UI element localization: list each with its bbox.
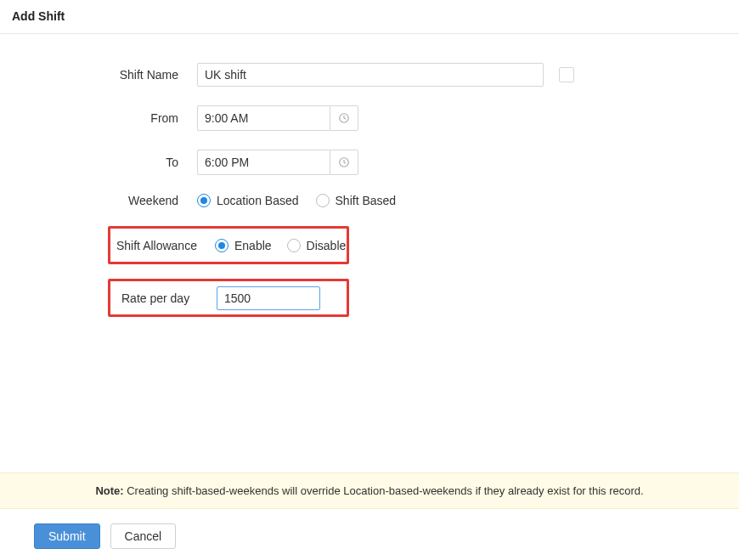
shift-name-label: Shift Name (0, 68, 197, 82)
from-time-group (197, 105, 358, 131)
shift-allowance-label: Shift Allowance (110, 239, 200, 252)
shift-allowance-disable-radio[interactable]: Disable (287, 239, 347, 252)
to-row: To (0, 150, 739, 175)
weekend-label: Weekend (0, 194, 197, 207)
shift-name-row: Shift Name (0, 63, 739, 87)
rate-per-day-highlight: Rate per day (108, 279, 349, 317)
shift-allowance-enable-radio[interactable]: Enable (215, 239, 272, 252)
from-time-input[interactable] (197, 105, 330, 131)
page-header: Add Shift (0, 0, 739, 34)
weekend-location-radio[interactable]: Location Based (197, 194, 299, 207)
rate-per-day-label: Rate per day (110, 291, 200, 305)
to-time-group (197, 150, 358, 175)
rate-per-day-input[interactable] (217, 286, 320, 310)
to-label: To (0, 156, 197, 169)
add-shift-form: Shift Name From To (0, 34, 739, 207)
note-text: Creating shift-based-weekends will overr… (124, 484, 644, 497)
clock-icon (338, 112, 350, 124)
footer-actions: Submit Cancel (0, 523, 739, 549)
weekend-row: Weekend Location Based Shift Based (0, 194, 739, 207)
to-clock-button[interactable] (330, 150, 358, 175)
note-prefix: Note: (95, 484, 123, 497)
submit-button[interactable]: Submit (34, 523, 100, 549)
radio-icon (316, 194, 330, 207)
clock-icon (338, 156, 350, 168)
from-clock-button[interactable] (330, 105, 358, 131)
weekend-location-label: Location Based (217, 194, 299, 207)
radio-icon (215, 239, 228, 252)
shift-name-input[interactable] (197, 63, 544, 87)
shift-allowance-enable-label: Enable (234, 239, 272, 252)
page-title: Add Shift (12, 9, 727, 23)
shift-allowance-disable-label: Disable (307, 239, 347, 252)
from-label: From (0, 111, 197, 125)
weekend-shift-radio[interactable]: Shift Based (316, 194, 397, 207)
weekend-radio-group: Location Based Shift Based (197, 194, 396, 207)
to-time-input[interactable] (197, 150, 330, 175)
note-bar: Note: Creating shift-based-weekends will… (0, 472, 739, 509)
from-row: From (0, 105, 739, 131)
shift-name-checkbox[interactable] (559, 67, 574, 82)
radio-icon (197, 194, 211, 207)
shift-allowance-radio-group: Enable Disable (200, 239, 347, 252)
shift-allowance-highlight: Shift Allowance Enable Disable (108, 226, 349, 264)
weekend-shift-label: Shift Based (336, 194, 397, 207)
radio-icon (287, 239, 301, 252)
cancel-button[interactable]: Cancel (110, 523, 177, 549)
